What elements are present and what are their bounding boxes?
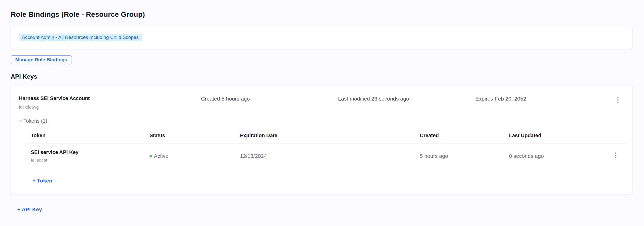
column-header-menu bbox=[602, 133, 625, 138]
token-table: Token Status Expiration Date Created Las… bbox=[25, 133, 625, 163]
token-status-label: Active bbox=[154, 153, 168, 159]
api-key-card: Harness SEI Service Account Id: dfetwg C… bbox=[11, 86, 632, 194]
add-token-button[interactable]: + Token bbox=[32, 178, 52, 184]
token-created-cell: 5 hours ago bbox=[414, 153, 504, 159]
role-bindings-card: Account Admin - All Resources Including … bbox=[11, 26, 632, 49]
column-header-expiration-date: Expiration Date bbox=[235, 133, 414, 138]
role-bindings-page: Role Bindings (Role - Resource Group) Ac… bbox=[0, 0, 644, 213]
add-api-key-button[interactable]: + API Key bbox=[17, 206, 42, 213]
token-status-cell: Active bbox=[144, 153, 235, 159]
api-key-name-block: Harness SEI Service Account Id: dfetwg bbox=[19, 95, 201, 110]
tokens-collapse-toggle[interactable]: Tokens (1) bbox=[19, 118, 47, 124]
api-key-id: Id: dfetwg bbox=[19, 104, 201, 110]
token-name: SEI service API Key bbox=[31, 149, 144, 155]
api-key-last-modified: Last modified 23 seconds ago bbox=[338, 95, 475, 102]
token-expiration-cell: 12/13/2024 bbox=[235, 153, 414, 159]
status-dot-icon bbox=[150, 155, 152, 157]
tokens-toggle-label: Tokens (1) bbox=[23, 118, 47, 124]
token-table-header-row: Token Status Expiration Date Created Las… bbox=[25, 133, 625, 144]
chevron-up-icon bbox=[19, 119, 22, 122]
token-last-updated-cell: 0 seconds ago bbox=[504, 153, 602, 159]
column-header-status: Status bbox=[144, 133, 235, 138]
token-id: Id: sdcet bbox=[31, 158, 144, 163]
api-key-created: Created 5 hours ago bbox=[201, 95, 338, 102]
kebab-menu-icon bbox=[617, 97, 619, 103]
role-binding-tag: Account Admin - All Resources Including … bbox=[19, 34, 142, 41]
token-menu-cell bbox=[613, 149, 618, 160]
api-keys-heading: API Keys bbox=[11, 73, 632, 80]
kebab-menu-icon bbox=[615, 152, 616, 158]
token-table-row: SEI service API Key Id: sdcet Active 12/… bbox=[25, 144, 625, 163]
api-key-meta-row: Harness SEI Service Account Id: dfetwg C… bbox=[19, 95, 624, 110]
token-name-cell: SEI service API Key Id: sdcet bbox=[25, 149, 144, 163]
column-header-token: Token bbox=[25, 133, 144, 138]
token-row-menu-button[interactable] bbox=[613, 151, 618, 160]
column-header-created: Created bbox=[414, 133, 504, 138]
api-key-menu-button[interactable] bbox=[616, 96, 620, 104]
manage-role-bindings-button[interactable]: Manage Role Bindings bbox=[11, 55, 72, 64]
api-key-name: Harness SEI Service Account bbox=[19, 95, 201, 101]
api-key-expires: Expires Feb 20, 2052 bbox=[475, 95, 616, 102]
column-header-last-updated: Last Updated bbox=[504, 133, 602, 138]
page-title: Role Bindings (Role - Resource Group) bbox=[11, 10, 632, 19]
